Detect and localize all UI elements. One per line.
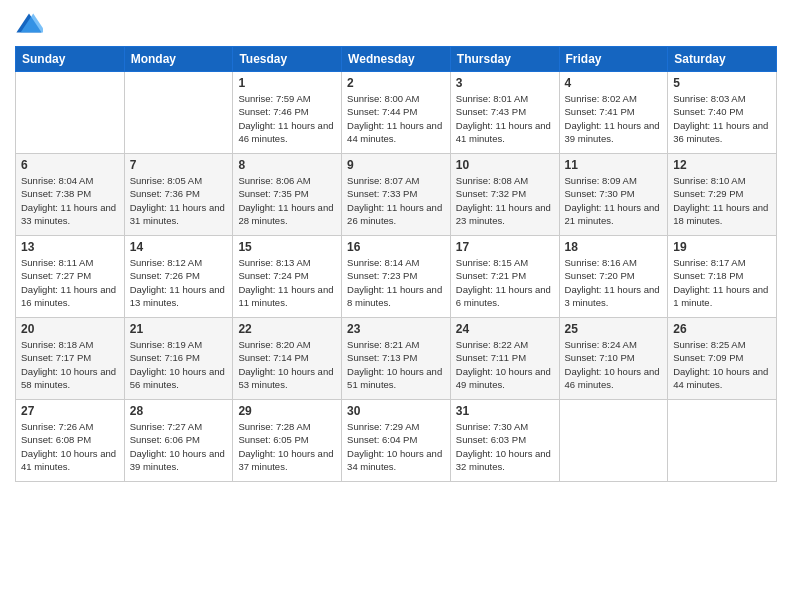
week-row-5: 27Sunrise: 7:26 AM Sunset: 6:08 PM Dayli… — [16, 400, 777, 482]
day-info: Sunrise: 8:05 AM Sunset: 7:36 PM Dayligh… — [130, 174, 228, 227]
calendar-cell: 14Sunrise: 8:12 AM Sunset: 7:26 PM Dayli… — [124, 236, 233, 318]
weekday-header-saturday: Saturday — [668, 47, 777, 72]
calendar-cell: 25Sunrise: 8:24 AM Sunset: 7:10 PM Dayli… — [559, 318, 668, 400]
day-info: Sunrise: 8:07 AM Sunset: 7:33 PM Dayligh… — [347, 174, 445, 227]
day-info: Sunrise: 8:20 AM Sunset: 7:14 PM Dayligh… — [238, 338, 336, 391]
calendar-cell: 30Sunrise: 7:29 AM Sunset: 6:04 PM Dayli… — [342, 400, 451, 482]
week-row-2: 6Sunrise: 8:04 AM Sunset: 7:38 PM Daylig… — [16, 154, 777, 236]
day-info: Sunrise: 8:13 AM Sunset: 7:24 PM Dayligh… — [238, 256, 336, 309]
day-number: 27 — [21, 404, 119, 418]
calendar-table: SundayMondayTuesdayWednesdayThursdayFrid… — [15, 46, 777, 482]
day-number: 18 — [565, 240, 663, 254]
calendar-cell: 13Sunrise: 8:11 AM Sunset: 7:27 PM Dayli… — [16, 236, 125, 318]
day-number: 25 — [565, 322, 663, 336]
day-number: 10 — [456, 158, 554, 172]
day-number: 30 — [347, 404, 445, 418]
day-number: 28 — [130, 404, 228, 418]
day-info: Sunrise: 7:29 AM Sunset: 6:04 PM Dayligh… — [347, 420, 445, 473]
weekday-header-sunday: Sunday — [16, 47, 125, 72]
calendar-cell: 16Sunrise: 8:14 AM Sunset: 7:23 PM Dayli… — [342, 236, 451, 318]
calendar-cell — [124, 72, 233, 154]
calendar-cell: 2Sunrise: 8:00 AM Sunset: 7:44 PM Daylig… — [342, 72, 451, 154]
calendar-cell: 5Sunrise: 8:03 AM Sunset: 7:40 PM Daylig… — [668, 72, 777, 154]
day-info: Sunrise: 7:27 AM Sunset: 6:06 PM Dayligh… — [130, 420, 228, 473]
calendar-cell: 17Sunrise: 8:15 AM Sunset: 7:21 PM Dayli… — [450, 236, 559, 318]
day-number: 12 — [673, 158, 771, 172]
day-info: Sunrise: 8:22 AM Sunset: 7:11 PM Dayligh… — [456, 338, 554, 391]
calendar-cell: 12Sunrise: 8:10 AM Sunset: 7:29 PM Dayli… — [668, 154, 777, 236]
day-number: 8 — [238, 158, 336, 172]
day-info: Sunrise: 8:24 AM Sunset: 7:10 PM Dayligh… — [565, 338, 663, 391]
day-number: 19 — [673, 240, 771, 254]
calendar-cell: 3Sunrise: 8:01 AM Sunset: 7:43 PM Daylig… — [450, 72, 559, 154]
day-number: 1 — [238, 76, 336, 90]
calendar-cell: 9Sunrise: 8:07 AM Sunset: 7:33 PM Daylig… — [342, 154, 451, 236]
day-info: Sunrise: 8:02 AM Sunset: 7:41 PM Dayligh… — [565, 92, 663, 145]
day-number: 14 — [130, 240, 228, 254]
calendar-cell: 1Sunrise: 7:59 AM Sunset: 7:46 PM Daylig… — [233, 72, 342, 154]
day-number: 11 — [565, 158, 663, 172]
day-info: Sunrise: 8:01 AM Sunset: 7:43 PM Dayligh… — [456, 92, 554, 145]
week-row-4: 20Sunrise: 8:18 AM Sunset: 7:17 PM Dayli… — [16, 318, 777, 400]
day-info: Sunrise: 8:21 AM Sunset: 7:13 PM Dayligh… — [347, 338, 445, 391]
day-info: Sunrise: 8:18 AM Sunset: 7:17 PM Dayligh… — [21, 338, 119, 391]
day-number: 24 — [456, 322, 554, 336]
day-info: Sunrise: 8:06 AM Sunset: 7:35 PM Dayligh… — [238, 174, 336, 227]
calendar-cell: 8Sunrise: 8:06 AM Sunset: 7:35 PM Daylig… — [233, 154, 342, 236]
calendar-cell: 15Sunrise: 8:13 AM Sunset: 7:24 PM Dayli… — [233, 236, 342, 318]
calendar-cell: 6Sunrise: 8:04 AM Sunset: 7:38 PM Daylig… — [16, 154, 125, 236]
day-number: 4 — [565, 76, 663, 90]
day-info: Sunrise: 8:04 AM Sunset: 7:38 PM Dayligh… — [21, 174, 119, 227]
weekday-header-friday: Friday — [559, 47, 668, 72]
header — [15, 10, 777, 38]
page: SundayMondayTuesdayWednesdayThursdayFrid… — [0, 0, 792, 612]
week-row-1: 1Sunrise: 7:59 AM Sunset: 7:46 PM Daylig… — [16, 72, 777, 154]
day-info: Sunrise: 7:30 AM Sunset: 6:03 PM Dayligh… — [456, 420, 554, 473]
day-info: Sunrise: 8:12 AM Sunset: 7:26 PM Dayligh… — [130, 256, 228, 309]
weekday-header-tuesday: Tuesday — [233, 47, 342, 72]
calendar-cell: 24Sunrise: 8:22 AM Sunset: 7:11 PM Dayli… — [450, 318, 559, 400]
day-number: 20 — [21, 322, 119, 336]
day-number: 29 — [238, 404, 336, 418]
calendar-cell — [559, 400, 668, 482]
logo-icon — [15, 10, 43, 38]
calendar-cell: 10Sunrise: 8:08 AM Sunset: 7:32 PM Dayli… — [450, 154, 559, 236]
calendar-cell: 22Sunrise: 8:20 AM Sunset: 7:14 PM Dayli… — [233, 318, 342, 400]
day-number: 31 — [456, 404, 554, 418]
calendar-cell — [668, 400, 777, 482]
day-number: 13 — [21, 240, 119, 254]
calendar-cell: 28Sunrise: 7:27 AM Sunset: 6:06 PM Dayli… — [124, 400, 233, 482]
calendar-cell: 23Sunrise: 8:21 AM Sunset: 7:13 PM Dayli… — [342, 318, 451, 400]
day-number: 5 — [673, 76, 771, 90]
day-number: 7 — [130, 158, 228, 172]
day-info: Sunrise: 8:15 AM Sunset: 7:21 PM Dayligh… — [456, 256, 554, 309]
day-info: Sunrise: 8:03 AM Sunset: 7:40 PM Dayligh… — [673, 92, 771, 145]
day-info: Sunrise: 8:11 AM Sunset: 7:27 PM Dayligh… — [21, 256, 119, 309]
day-info: Sunrise: 8:08 AM Sunset: 7:32 PM Dayligh… — [456, 174, 554, 227]
day-info: Sunrise: 8:10 AM Sunset: 7:29 PM Dayligh… — [673, 174, 771, 227]
day-number: 9 — [347, 158, 445, 172]
logo — [15, 10, 47, 38]
calendar-cell: 19Sunrise: 8:17 AM Sunset: 7:18 PM Dayli… — [668, 236, 777, 318]
weekday-header-thursday: Thursday — [450, 47, 559, 72]
weekday-header-row: SundayMondayTuesdayWednesdayThursdayFrid… — [16, 47, 777, 72]
day-number: 6 — [21, 158, 119, 172]
calendar-cell — [16, 72, 125, 154]
calendar-cell: 31Sunrise: 7:30 AM Sunset: 6:03 PM Dayli… — [450, 400, 559, 482]
day-number: 17 — [456, 240, 554, 254]
calendar-cell: 7Sunrise: 8:05 AM Sunset: 7:36 PM Daylig… — [124, 154, 233, 236]
calendar-cell: 27Sunrise: 7:26 AM Sunset: 6:08 PM Dayli… — [16, 400, 125, 482]
calendar-cell: 18Sunrise: 8:16 AM Sunset: 7:20 PM Dayli… — [559, 236, 668, 318]
day-info: Sunrise: 8:17 AM Sunset: 7:18 PM Dayligh… — [673, 256, 771, 309]
calendar-cell: 21Sunrise: 8:19 AM Sunset: 7:16 PM Dayli… — [124, 318, 233, 400]
calendar-cell: 11Sunrise: 8:09 AM Sunset: 7:30 PM Dayli… — [559, 154, 668, 236]
day-number: 21 — [130, 322, 228, 336]
day-number: 16 — [347, 240, 445, 254]
day-info: Sunrise: 8:16 AM Sunset: 7:20 PM Dayligh… — [565, 256, 663, 309]
day-number: 22 — [238, 322, 336, 336]
day-info: Sunrise: 8:25 AM Sunset: 7:09 PM Dayligh… — [673, 338, 771, 391]
day-info: Sunrise: 7:59 AM Sunset: 7:46 PM Dayligh… — [238, 92, 336, 145]
day-number: 3 — [456, 76, 554, 90]
day-info: Sunrise: 8:19 AM Sunset: 7:16 PM Dayligh… — [130, 338, 228, 391]
day-info: Sunrise: 8:09 AM Sunset: 7:30 PM Dayligh… — [565, 174, 663, 227]
